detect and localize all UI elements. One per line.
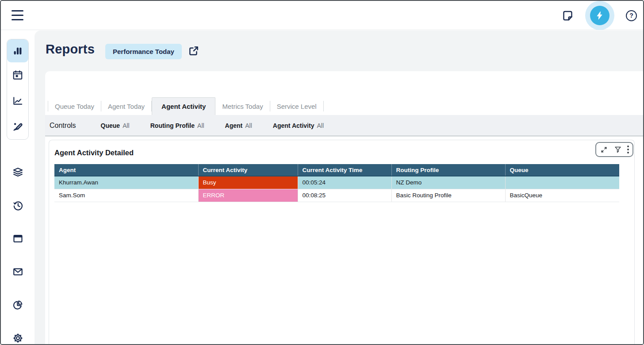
performance-today-badge[interactable]: Performance Today (105, 44, 182, 59)
cell-queue (505, 176, 619, 189)
history-clock-icon (12, 199, 24, 211)
browser-window-icon (12, 233, 24, 245)
line-chart-icon (12, 95, 23, 107)
hamburger-menu-icon[interactable] (12, 10, 23, 20)
widget-title: Agent Activity Detailed (54, 149, 134, 157)
cell-activity-time: 00:08:25 (298, 189, 391, 202)
agent-activity-table: Agent Current Activity Current Activity … (54, 164, 619, 202)
report-tabbar: Queue Today Agent Today Agent Activity M… (48, 97, 643, 115)
bar-chart-icon (12, 45, 23, 57)
filter-queue[interactable]: QueueAll (101, 122, 130, 129)
sidebar-item-window[interactable] (7, 222, 28, 255)
app-window: ? (0, 0, 644, 345)
calendar-icon (12, 69, 23, 81)
brush-design-icon (12, 121, 23, 132)
filter-routing-profile[interactable]: Routing ProfileAll (150, 122, 204, 129)
sidebar (1, 31, 34, 344)
sidebar-nav-secondary (7, 156, 29, 345)
cell-agent: Khurram.Awan (54, 176, 198, 189)
controls-row: Controls QueueAll Routing ProfileAll Age… (45, 115, 643, 136)
content-panel: Reports Performance Today Queue Today Ag… (34, 31, 643, 344)
pie-chart-icon (12, 299, 24, 311)
layers-icon (12, 166, 24, 178)
page-header: Reports Performance Today (34, 31, 643, 71)
external-link-icon[interactable] (188, 45, 199, 58)
lightning-bolt-icon[interactable] (590, 6, 610, 25)
col-queue: Queue (505, 164, 619, 176)
agent-activity-widget: Agent Activity Detailed (49, 140, 635, 344)
tab-agent-today[interactable]: Agent Today (101, 97, 151, 115)
lightning-button-halo (585, 1, 614, 30)
filter-agent-activity[interactable]: Agent ActivityAll (273, 122, 324, 129)
report-card: Queue Today Agent Today Agent Activity M… (45, 71, 643, 344)
widget-toolbar (595, 142, 633, 157)
cell-current-activity: ERROR (198, 189, 298, 202)
table-row: Khurram.Awan Busy 00:05:24 NZ Demo (54, 176, 619, 189)
col-routing-profile: Routing Profile (391, 164, 505, 176)
expand-icon[interactable] (600, 146, 608, 154)
col-agent: Agent (54, 164, 198, 176)
gear-icon (12, 332, 24, 344)
sidebar-item-layers[interactable] (7, 156, 28, 189)
sidebar-item-line-chart[interactable] (7, 88, 28, 114)
sidebar-item-settings[interactable] (7, 322, 28, 345)
top-bar: ? (1, 1, 643, 30)
cell-agent: Sam.Som (54, 189, 198, 202)
filter-agent[interactable]: AgentAll (225, 122, 252, 129)
tab-queue-today[interactable]: Queue Today (48, 97, 101, 115)
col-current-activity: Current Activity (198, 164, 298, 176)
kebab-menu-icon[interactable] (627, 146, 629, 153)
note-icon[interactable] (562, 10, 574, 22)
sidebar-item-design[interactable] (7, 114, 28, 139)
sidebar-item-history[interactable] (7, 189, 28, 222)
col-current-activity-time: Current Activity Time (298, 164, 391, 176)
filter-funnel-icon[interactable] (614, 146, 622, 153)
sidebar-item-mail[interactable] (7, 255, 28, 288)
sidebar-item-calendar[interactable] (7, 62, 28, 88)
help-icon[interactable]: ? (626, 10, 637, 21)
page-title: Reports (46, 42, 95, 57)
table-header-row: Agent Current Activity Current Activity … (54, 164, 619, 176)
sidebar-item-bar-chart[interactable] (7, 39, 28, 62)
table-row: Sam.Som ERROR 00:08:25 Basic Routing Pro… (54, 189, 619, 202)
cell-activity-time: 00:05:24 (298, 176, 391, 189)
sidebar-item-pie-chart[interactable] (7, 288, 28, 322)
cell-routing-profile: Basic Routing Profile (391, 189, 505, 202)
mail-icon (12, 266, 24, 278)
tab-agent-activity[interactable]: Agent Activity (152, 97, 215, 115)
sidebar-nav-group (7, 39, 29, 140)
tab-service-level[interactable]: Service Level (270, 97, 323, 115)
cell-current-activity: Busy (198, 176, 298, 189)
cell-queue: BasicQueue (505, 189, 619, 202)
cell-routing-profile: NZ Demo (391, 176, 505, 189)
topbar-actions: ? (562, 1, 637, 30)
tab-metrics-today[interactable]: Metrics Today (215, 97, 269, 115)
tab-divider (323, 101, 324, 111)
controls-label: Controls (50, 122, 76, 130)
